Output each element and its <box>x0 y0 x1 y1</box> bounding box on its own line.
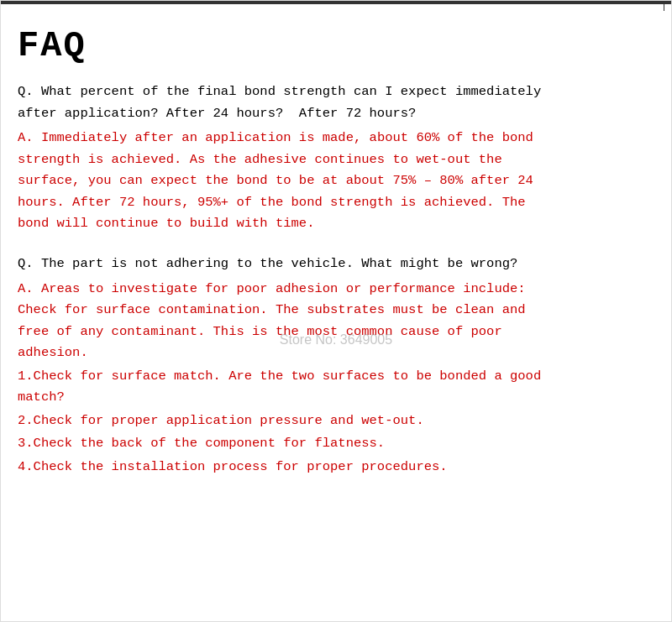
question-1-text: Q. What percent of the final bond streng… <box>18 81 654 124</box>
q2-label: Q. <box>18 256 34 271</box>
page-title: FAQ <box>18 26 654 66</box>
page-container: FAQ Q. What percent of the final bond st… <box>0 0 672 622</box>
right-border-line <box>664 1 664 11</box>
question-2-text: Q. The part is not adhering to the vehic… <box>18 254 654 275</box>
numbered-item-3: 3.Check the back of the component for fl… <box>18 433 654 455</box>
a1-content: Immediately after an application is made… <box>18 130 533 231</box>
question-block-1: Q. What percent of the final bond streng… <box>18 81 654 235</box>
numbered-item-4: 4.Check the installation process for pro… <box>18 457 654 478</box>
question-block-2: Q. The part is not adhering to the vehic… <box>18 254 654 478</box>
answer-2-text: A. Areas to investigate for poor adhesio… <box>18 279 654 364</box>
top-border <box>1 1 671 4</box>
q1-label: Q. <box>18 84 34 99</box>
a2-content: Areas to investigate for poor adhesion o… <box>18 281 526 361</box>
numbered-item-1: 1.Check for surface match. Are the two s… <box>18 366 654 409</box>
a1-label: A. <box>18 130 34 145</box>
answer-1-text: A. Immediately after an application is m… <box>18 128 654 235</box>
numbered-item-2: 2.Check for proper application pressure … <box>18 410 654 432</box>
q2-content: The part is not adhering to the vehicle.… <box>34 256 518 271</box>
q1-content: What percent of the final bond strength … <box>18 84 541 121</box>
a2-label: A. <box>18 281 34 296</box>
